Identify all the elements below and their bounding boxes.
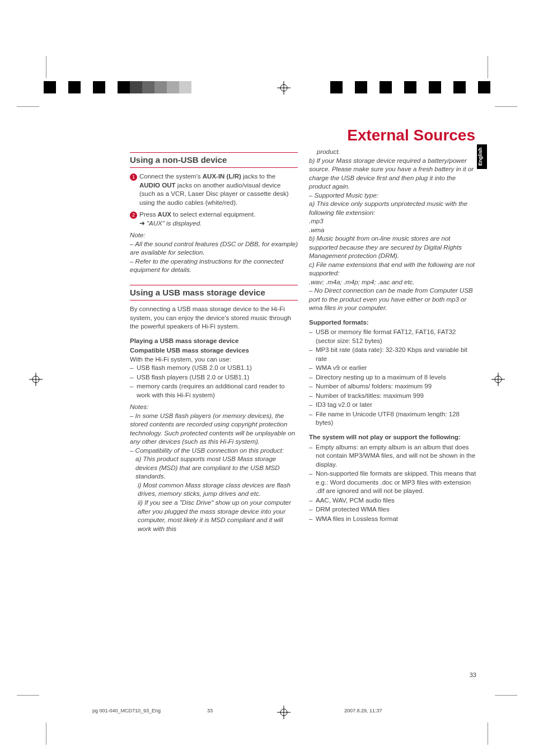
cont-n2b: b) If your Mass storage device required … — [309, 157, 477, 191]
registration-mark-icon — [29, 373, 43, 386]
step-1-text: Connect the system's AUX-IN (L/R) jacks … — [139, 172, 298, 207]
notplay-list: Empty albums: an empty album is an album… — [309, 443, 477, 524]
list-item: MP3 bit rate (data rate): 32-320 Kbps an… — [316, 346, 477, 363]
list-item: USB or memory file format FAT12, FAT16, … — [316, 328, 477, 345]
list-item: DRM protected WMA files — [316, 505, 477, 514]
cont-n3b: b) Music bought from on-line music store… — [309, 234, 477, 261]
sub-heading-playing: Playing a USB mass storage device — [130, 337, 298, 346]
list-item: Empty albums: an empty album is an album… — [316, 443, 477, 469]
page-title: External Sources — [347, 126, 475, 144]
list-item: memory cards (requires an additional car… — [137, 382, 298, 400]
list-item: USB flash players (USB 2.0 or USB1.1) — [137, 373, 298, 382]
cont-n3: – Supported Music type: — [309, 191, 477, 200]
crop-line — [488, 722, 488, 745]
continued-notes: product. b) If your Mass storage device … — [309, 148, 477, 313]
compatible-list: USB flash memory (USB 2.0 or USB1.1) USB… — [130, 364, 298, 400]
cont-wma: .wma — [309, 226, 477, 235]
cont-n3a: a) This device only supports unprotected… — [309, 200, 477, 217]
list-item: Number of albums/ folders: maximum 99 — [316, 382, 477, 391]
page-number: 33 — [470, 672, 476, 678]
cont-n3c: c) File name extensions that end with th… — [309, 261, 477, 278]
crop-line — [495, 695, 517, 696]
usb-note-2ai: i) Most common Mass storage class device… — [130, 481, 298, 499]
cont-product: product. — [309, 148, 477, 157]
crop-line — [46, 722, 46, 745]
note-block: Note: – All the sound control features (… — [130, 231, 298, 275]
left-column: Using a non-USB device 1 Connect the sys… — [130, 148, 298, 533]
usb-note-2a: a) This product supports most USB Mass s… — [130, 455, 298, 481]
footer-pagenum: 33 — [207, 708, 213, 713]
top-calibration-bar — [0, 81, 534, 93]
arrow-icon: ➜ — [139, 220, 145, 227]
notes-label: Notes: — [130, 403, 298, 412]
registration-mark-icon — [277, 706, 291, 719]
registration-mark-icon — [277, 81, 291, 95]
usb-note-2aii: ii) If you see a "Disc Drive" show up on… — [130, 499, 298, 533]
list-item: WMA v9 or earlier — [316, 364, 477, 373]
registration-mark-icon — [491, 373, 505, 386]
step-1: 1 Connect the system's AUX-IN (L/R) jack… — [130, 172, 298, 207]
list-item: AAC, WAV, PCM audio files — [316, 496, 477, 505]
section-heading-usb: Using a USB mass storage device — [130, 285, 298, 300]
step-badge-2: 2 — [130, 212, 137, 219]
usb-intro: By connecting a USB mass storage device … — [130, 305, 298, 331]
section-heading-non-usb: Using a non-USB device — [130, 152, 298, 168]
usb-note-1: – In some USB flash players (or memory d… — [130, 412, 298, 447]
usb-notes: Notes: – In some USB flash players (or m… — [130, 403, 298, 533]
list-item: Non-supported file formats are skipped. … — [316, 469, 477, 496]
list-item: WMA files in Lossless format — [316, 515, 477, 524]
list-item: Number of tracks/titles: maximum 999 — [316, 392, 477, 401]
with-line: With the Hi-Fi system, you can use: — [130, 355, 298, 364]
supported-list: USB or memory file format FAT12, FAT16, … — [309, 328, 477, 428]
footer-filename: pg 001-040_MCD710_93_Eng — [92, 708, 161, 713]
crop-line — [495, 106, 517, 107]
step-badge-1: 1 — [130, 173, 137, 181]
notplay-heading: The system will not play or support the … — [309, 433, 477, 442]
sub-heading-compatible: Compatible USB mass storage devices — [130, 346, 298, 355]
list-item: ID3 tag v2.0 or later — [316, 401, 477, 410]
note-2: – Refer to the operating instructions fo… — [130, 257, 298, 275]
list-item: File name in Unicode UTF8 (maximum lengt… — [316, 410, 477, 428]
note-1: – All the sound control features (DSC or… — [130, 240, 298, 257]
crop-line — [488, 56, 488, 78]
cont-mp3: .mp3 — [309, 217, 477, 226]
crop-line — [17, 695, 39, 696]
crop-line — [17, 106, 39, 107]
right-column: product. b) If your Mass storage device … — [309, 148, 477, 533]
crop-line — [46, 56, 46, 78]
cont-n4: – No Direct connection can be made from … — [309, 287, 477, 313]
supported-heading: Supported formats: — [309, 318, 477, 327]
note-label: Note: — [130, 231, 298, 240]
list-item: USB flash memory (USB 2.0 or USB1.1) — [137, 364, 298, 373]
cont-exts: .wav; .m4a; .m4p; mp4; .aac and etc. — [309, 278, 477, 287]
usb-note-2: – Compatibility of the USB connection on… — [130, 447, 298, 456]
footer-datetime: 2007.8.29, 11:37 — [344, 708, 382, 713]
step-2-text: Press AUX to select external equipment. … — [139, 210, 298, 228]
step-2: 2 Press AUX to select external equipment… — [130, 210, 298, 228]
list-item: Directory nesting up to a maximum of 8 l… — [316, 373, 477, 382]
